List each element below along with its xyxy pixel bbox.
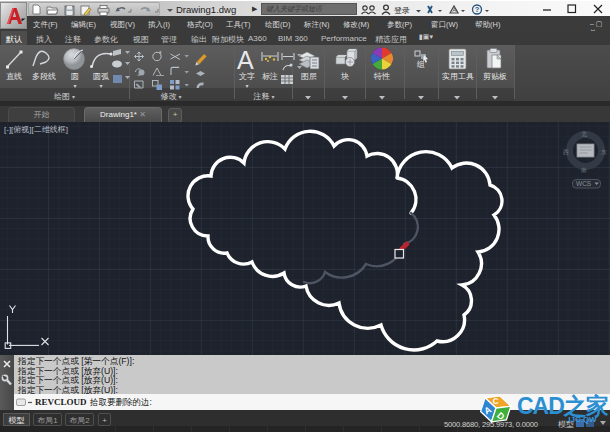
svg-text:西: 西 [563,149,569,156]
svg-text:南: 南 [581,167,587,173]
svg-text:A: A [237,46,254,74]
svg-text:A: A [452,7,456,13]
svg-text:WCS: WCS [576,180,592,187]
svg-text:东: 东 [601,148,607,155]
svg-text:登录: 登录 [394,6,410,15]
svg-text:?: ? [475,5,480,14]
svg-text:C: C [493,397,499,406]
svg-text:北: 北 [581,130,587,138]
